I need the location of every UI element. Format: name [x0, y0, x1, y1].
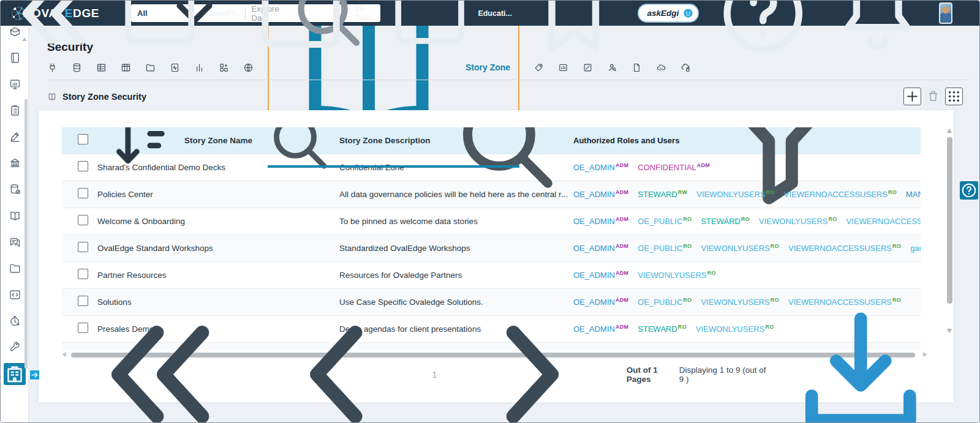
role-link[interactable]: VIEWERNOACCESSUSERSRO	[788, 244, 901, 253]
role-permission: RW	[678, 190, 687, 195]
row-checkbox[interactable]	[78, 269, 88, 279]
recent-item-education[interactable]: Educati...	[385, 0, 512, 58]
chat-icon	[9, 236, 21, 249]
row-checkbox[interactable]	[78, 215, 88, 225]
role-link[interactable]: OE_ADMINADM	[573, 190, 628, 199]
open-book-icon	[9, 209, 21, 222]
current-page[interactable]: 1	[432, 370, 437, 380]
role-link[interactable]: STEWARDRW	[638, 190, 687, 199]
role-link[interactable]: gauthamRO	[910, 244, 921, 253]
collapse-recents-icon[interactable]	[1, 0, 106, 66]
delete-button[interactable]	[925, 89, 941, 104]
role-link[interactable]: CONFIDENTIALADM	[638, 163, 710, 172]
role-permission: RO	[888, 190, 897, 195]
sidebar-expand-button[interactable]	[29, 370, 40, 380]
timer-icon	[9, 315, 21, 328]
help-icon[interactable]	[710, 0, 816, 66]
trash-icon	[926, 89, 940, 103]
role-link[interactable]: VIEWONLYUSERSRO	[701, 244, 779, 253]
vertical-scroll-thumb[interactable]	[947, 137, 952, 304]
tab-file[interactable]	[631, 62, 642, 73]
role-link[interactable]: OE_ADMINADM	[573, 217, 628, 226]
bell-icon	[825, 0, 930, 66]
help-fab-button[interactable]	[960, 181, 978, 200]
folder-icon	[9, 262, 21, 275]
tab-cloud-lock[interactable]	[680, 62, 691, 73]
role-link[interactable]: VIEWONLYUSERSRO	[759, 217, 837, 226]
role-link[interactable]: OE_ADMINADM	[573, 163, 628, 172]
sort-icon[interactable]	[97, 127, 179, 181]
plus-icon	[904, 88, 921, 105]
notifications-button[interactable]: 294	[825, 0, 930, 66]
main-content: Security Story Zone Story Zone Security …	[29, 26, 979, 422]
section-title: Story Zone Security	[62, 92, 146, 102]
recent-item-snowflake[interactable]: SnowFl...	[115, 0, 241, 58]
tab-cloud-api[interactable]	[656, 62, 666, 73]
select-all-checkbox[interactable]	[78, 134, 88, 144]
cloud-api-icon	[656, 62, 666, 73]
authorized-roles: OE_ADMINADMVIEWONLYUSERSRO	[573, 271, 921, 280]
recent-item-15-tables[interactable]: 15-Tabl...	[251, 0, 376, 64]
authorized-roles: OE_ADMINADMOE_PUBLICROSTEWARDROVIEWONLYU…	[573, 217, 921, 226]
tab-folder[interactable]	[145, 62, 156, 73]
tab-globe[interactable]	[243, 62, 254, 73]
clipboard-icon	[9, 104, 21, 117]
tabs-divider	[47, 80, 970, 80]
table-columns-icon	[121, 62, 131, 73]
story-zone-name[interactable]: OvalEdge Standard Workshops	[97, 244, 339, 253]
role-link[interactable]: OE_ADMINADM	[573, 244, 628, 253]
bookmark-icon[interactable]	[521, 0, 627, 66]
role-link[interactable]: OE_PUBLICRO	[638, 244, 692, 253]
tab-file-code[interactable]	[170, 62, 180, 73]
story-zone-description: Resources for Ovaledge Partners	[339, 271, 573, 280]
section-actions	[903, 88, 963, 105]
tab-table-columns[interactable]	[121, 62, 131, 73]
tab-layout-add[interactable]	[219, 62, 229, 73]
sidebar-item-monitor-chart[interactable]	[1, 71, 29, 97]
building-icon	[4, 363, 26, 385]
row-checkbox[interactable]	[78, 161, 88, 171]
cloud-lock-icon	[680, 62, 691, 73]
role-link[interactable]: VIEWONLYUSERSRO	[638, 271, 716, 280]
search-icon[interactable]	[258, 127, 339, 181]
role-permission: RO	[683, 244, 692, 249]
role-link[interactable]: OE_PUBLICRO	[638, 217, 692, 226]
robot-icon	[682, 7, 694, 19]
pagination-summary: Displaying 1 to 9 (out of 9 )	[679, 291, 945, 423]
row-checkbox[interactable]	[78, 242, 88, 252]
row-checkbox[interactable]	[78, 188, 88, 198]
scroll-down-icon[interactable]	[947, 329, 952, 333]
vertical-scrollbar[interactable]	[947, 127, 953, 334]
user-avatar[interactable]	[939, 2, 952, 24]
role-permission: RO	[683, 217, 692, 222]
tab-bar-chart[interactable]	[194, 62, 205, 73]
tools-icon	[9, 341, 21, 354]
role-link[interactable]: STEWARDRO	[701, 217, 750, 226]
database-check-icon	[9, 183, 21, 196]
ask-edgi-button[interactable]: askEdgi	[638, 4, 699, 23]
first-page-button[interactable]	[77, 291, 244, 423]
story-zone-name[interactable]: Partner Resources	[97, 271, 339, 280]
story-zone-name[interactable]: Welcome & Onboarding	[97, 217, 339, 226]
folder-icon	[251, 0, 351, 64]
role-permission: RO	[707, 271, 716, 276]
add-story-zone-button[interactable]	[903, 88, 921, 105]
story-zone-description: To be pinned as welcome data stories	[339, 217, 573, 226]
section-header: Story Zone Security	[29, 83, 979, 110]
role-link[interactable]: MANUFACTU...	[906, 190, 921, 199]
grid-view-button[interactable]	[945, 88, 963, 105]
recent-label: 15-Tabl...	[355, 5, 376, 22]
role-link[interactable]: OE_ADMINADM	[573, 271, 628, 280]
top-navbar: OVALEDGE All Explore Data SnowFl... 15-T…	[1, 1, 979, 26]
download-icon[interactable]	[777, 291, 945, 423]
scroll-up-icon[interactable]	[947, 129, 952, 133]
role-link[interactable]: VIEWONLYUSERSRO	[696, 190, 775, 199]
role-permission: ADM	[616, 217, 628, 222]
role-link[interactable]: VIEWERNOACCESSUSERSRO	[784, 190, 897, 199]
sidebar-scrollbar[interactable]	[24, 99, 28, 369]
authorized-roles: OE_ADMINADMOE_PUBLICROVIEWONLYUSERSROVIE…	[573, 244, 921, 253]
role-link[interactable]: VIEWERNOACCESSUSERSRO	[846, 217, 921, 226]
prev-page-button[interactable]	[254, 291, 421, 423]
story-zone-name[interactable]: Policies Center	[97, 190, 339, 199]
next-page-button[interactable]	[447, 291, 614, 423]
